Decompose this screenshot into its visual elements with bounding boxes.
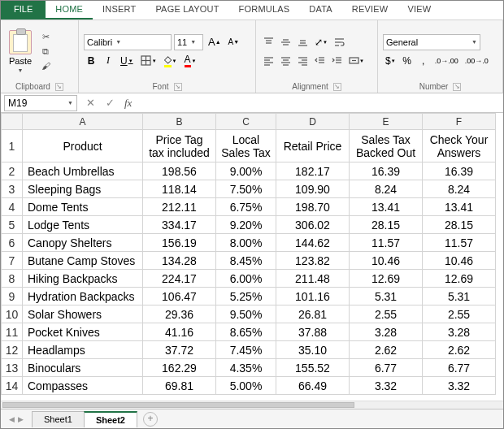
cell[interactable]: 2.55 — [423, 306, 496, 323]
cell[interactable]: 2.62 — [423, 341, 496, 359]
cell[interactable]: 16.39 — [350, 162, 423, 180]
fx-icon[interactable]: fx — [119, 97, 137, 110]
cell[interactable]: 9.50% — [216, 306, 276, 323]
orientation-button[interactable]: ⤢▼ — [312, 34, 330, 50]
format-painter-button[interactable]: 🖌 — [38, 59, 53, 72]
cell[interactable]: 12.69 — [423, 270, 496, 288]
column-header-D[interactable]: D — [276, 114, 350, 130]
cell[interactable]: 16.39 — [423, 162, 496, 180]
cell[interactable]: Check YourAnswers — [423, 130, 496, 162]
cell[interactable]: Compasses — [23, 377, 143, 395]
align-bottom-button[interactable] — [295, 34, 311, 50]
row-header[interactable]: 3 — [2, 180, 23, 198]
cell[interactable]: Solar Showers — [23, 306, 143, 323]
cell[interactable]: 9.00% — [216, 162, 276, 180]
cell[interactable]: 6.77 — [350, 359, 423, 377]
column-header-C[interactable]: C — [216, 114, 276, 130]
cell[interactable]: 8.65% — [216, 323, 276, 341]
number-format-combo[interactable]: General▼ — [383, 34, 480, 50]
cell[interactable]: 3.32 — [350, 377, 423, 395]
cell[interactable]: 155.52 — [276, 359, 350, 377]
cell[interactable]: Sleeping Bags — [23, 180, 143, 198]
cell[interactable]: 123.82 — [276, 252, 350, 270]
row-header[interactable]: 13 — [2, 359, 23, 377]
cell[interactable]: 3.28 — [350, 323, 423, 341]
cell[interactable]: 29.36 — [143, 306, 216, 323]
cell[interactable]: 5.25% — [216, 288, 276, 306]
cell[interactable]: 37.88 — [276, 323, 350, 341]
cell[interactable]: Sales TaxBacked Out — [350, 130, 423, 162]
cell[interactable]: 8.24 — [350, 180, 423, 198]
align-middle-button[interactable] — [278, 34, 293, 50]
column-header-E[interactable]: E — [350, 114, 423, 130]
cell[interactable]: 6.75% — [216, 198, 276, 216]
cell[interactable]: 2.62 — [350, 341, 423, 359]
row-header[interactable]: 1 — [2, 130, 23, 162]
row-header[interactable]: 5 — [2, 216, 23, 234]
cell[interactable]: Headlamps — [23, 341, 143, 359]
sheet-tab-sheet1[interactable]: Sheet1 — [32, 411, 85, 427]
cell[interactable]: 211.48 — [276, 270, 350, 288]
cell[interactable]: Butane Camp Stoves — [23, 252, 143, 270]
cut-button[interactable]: ✂ — [38, 30, 53, 43]
border-button[interactable]: ▼ — [138, 53, 159, 69]
grow-font-button[interactable]: A▲ — [206, 34, 224, 50]
wrap-text-button[interactable] — [332, 34, 347, 50]
cell[interactable]: 7.45% — [216, 341, 276, 359]
column-header-B[interactable]: B — [143, 114, 216, 130]
cell[interactable]: 8.24 — [423, 180, 496, 198]
cell[interactable]: 35.10 — [276, 341, 350, 359]
bold-button[interactable]: B — [84, 53, 98, 69]
decrease-indent-button[interactable] — [312, 53, 328, 69]
tab-file[interactable]: FILE — [1, 1, 46, 20]
cell[interactable]: 10.46 — [350, 252, 423, 270]
row-header[interactable]: 9 — [2, 288, 23, 306]
cell[interactable]: 69.81 — [143, 377, 216, 395]
font-name-combo[interactable]: Calibri▼ — [84, 34, 172, 50]
cell[interactable]: 12.69 — [350, 270, 423, 288]
cell[interactable]: Lodge Tents — [23, 216, 143, 234]
sheet-nav-next[interactable]: ▶ — [18, 415, 24, 423]
number-launcher[interactable]: ↘ — [453, 83, 461, 91]
cell[interactable]: Beach Umbrellas — [23, 162, 143, 180]
cell[interactable]: 5.31 — [423, 288, 496, 306]
select-all-button[interactable] — [2, 114, 23, 130]
sheet-tab-sheet2[interactable]: Sheet2 — [84, 411, 137, 427]
cell[interactable]: Hydration Backpacks — [23, 288, 143, 306]
font-launcher[interactable]: ↘ — [174, 83, 182, 91]
cell[interactable]: 5.31 — [350, 288, 423, 306]
cell[interactable]: 11.57 — [423, 234, 496, 252]
row-header[interactable]: 8 — [2, 270, 23, 288]
cell[interactable]: 13.41 — [350, 198, 423, 216]
cell[interactable]: Binoculars — [23, 359, 143, 377]
column-header-A[interactable]: A — [23, 114, 143, 130]
merge-center-button[interactable]: ▼ — [346, 53, 367, 69]
cell[interactable]: 101.16 — [276, 288, 350, 306]
copy-button[interactable]: ⧉ — [38, 45, 53, 58]
cell[interactable]: 6.00% — [216, 270, 276, 288]
cell[interactable]: 28.15 — [350, 216, 423, 234]
sheet-nav-prev[interactable]: ◀ — [9, 415, 15, 423]
shrink-font-button[interactable]: A▼ — [226, 34, 242, 50]
tab-data[interactable]: DATA — [299, 1, 342, 20]
formula-input[interactable] — [137, 94, 503, 112]
cell[interactable]: 162.29 — [143, 359, 216, 377]
cell[interactable]: 11.57 — [350, 234, 423, 252]
row-header[interactable]: 12 — [2, 341, 23, 359]
cell[interactable]: 182.17 — [276, 162, 350, 180]
cell[interactable]: 37.72 — [143, 341, 216, 359]
cell[interactable]: 28.15 — [423, 216, 496, 234]
row-header[interactable]: 2 — [2, 162, 23, 180]
cell[interactable]: 306.02 — [276, 216, 350, 234]
cell[interactable]: 8.00% — [216, 234, 276, 252]
cell[interactable]: 13.41 — [423, 198, 496, 216]
row-header[interactable]: 14 — [2, 377, 23, 395]
cell[interactable]: 7.50% — [216, 180, 276, 198]
cell[interactable]: 8.45% — [216, 252, 276, 270]
align-top-button[interactable] — [261, 34, 276, 50]
alignment-launcher[interactable]: ↘ — [333, 83, 341, 91]
align-right-button[interactable] — [295, 53, 311, 69]
tab-formulas[interactable]: FORMULAS — [229, 1, 300, 20]
underline-button[interactable]: U▼ — [118, 53, 136, 69]
cell[interactable]: 66.49 — [276, 377, 350, 395]
